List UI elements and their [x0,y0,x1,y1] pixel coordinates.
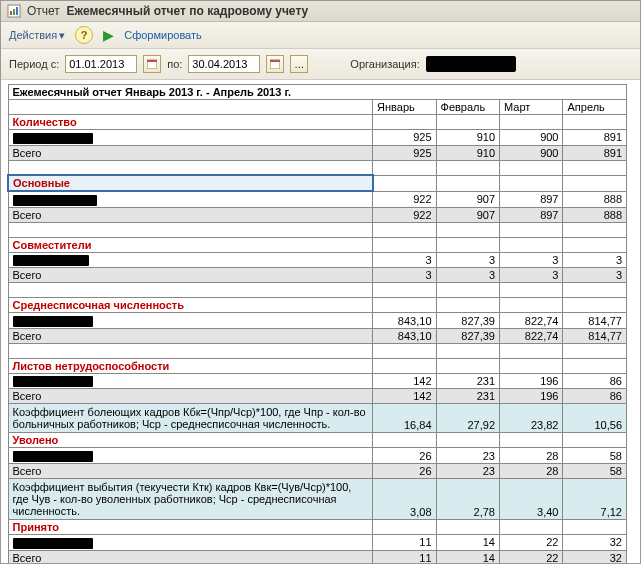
svg-rect-3 [16,7,18,15]
total-row: Всего 142 231 196 86 [8,389,627,404]
section-qty: Количество [8,115,373,130]
period-picker-button[interactable]: … [290,55,308,73]
coef-row: Коэффициент выбытия (текучести Ктк) кадр… [8,479,627,520]
col-month: Февраль [436,100,499,115]
period-to-label: по: [167,58,182,70]
total-row: Всего 843,10 827,39 822,74 814,77 [8,328,627,343]
window-titlebar: Отчет Ежемесячный отчет по кадровому уче… [1,1,640,22]
period-from-label: Период с: [9,58,59,70]
total-row: Всего 925 910 900 891 [8,145,627,160]
table-row: 843,10 827,39 822,74 814,77 [8,313,627,329]
actions-menu[interactable]: Действия ▾ [9,29,65,42]
play-icon[interactable]: ▶ [103,27,114,43]
section-sick: Листов нетрудоспособности [8,358,373,373]
generate-button[interactable]: Сформировать [124,29,202,41]
period-bar: Период с: по: … Организация: [1,49,640,80]
window-title: Отчет Ежемесячный отчет по кадровому уче… [27,4,308,18]
total-row: Всего 3 3 3 3 [8,268,627,283]
chevron-down-icon: ▾ [59,29,65,42]
table-row: 922 907 897 888 [8,191,627,207]
svg-rect-2 [13,9,15,15]
section-hired: Принято [8,520,373,535]
toolbar: Действия ▾ ? ▶ Сформировать [1,22,640,49]
report-title: Ежемесячный отчет Январь 2013 г. - Апрел… [8,85,627,100]
section-main[interactable]: Основные [8,175,373,191]
report-area: Ежемесячный отчет Январь 2013 г. - Апрел… [1,80,640,564]
calendar-icon[interactable] [143,55,161,73]
col-month: Апрель [563,100,627,115]
total-row: Всего 11 14 22 32 [8,550,627,564]
coef-row: Коэффициент болеющих кадров Кбк=(Чпр/Чср… [8,404,627,433]
organization-label: Организация: [350,58,419,70]
total-row: Всего 26 23 28 58 [8,464,627,479]
help-button[interactable]: ? [75,26,93,44]
svg-rect-5 [147,60,157,62]
table-row: 11 14 22 32 [8,535,627,551]
period-to-input[interactable] [188,55,260,73]
calendar-icon[interactable] [266,55,284,73]
column-header-row: Январь Февраль Март Апрель [8,100,627,115]
svg-rect-1 [10,11,12,15]
col-month: Март [500,100,563,115]
organization-value[interactable] [426,56,516,72]
section-fired: Уволено [8,433,373,448]
table-row: 26 23 28 58 [8,448,627,464]
svg-rect-7 [270,60,280,62]
report-icon [7,4,21,18]
total-row: Всего 922 907 897 888 [8,207,627,222]
report-table: Ежемесячный отчет Январь 2013 г. - Апрел… [7,84,627,564]
section-avg: Среднесписочная численность [8,298,373,313]
table-row: 142 231 196 86 [8,373,627,389]
table-row: 925 910 900 891 [8,130,627,146]
table-row: 3 3 3 3 [8,252,627,268]
period-from-input[interactable] [65,55,137,73]
section-part: Совместители [8,237,373,252]
col-month: Январь [373,100,436,115]
